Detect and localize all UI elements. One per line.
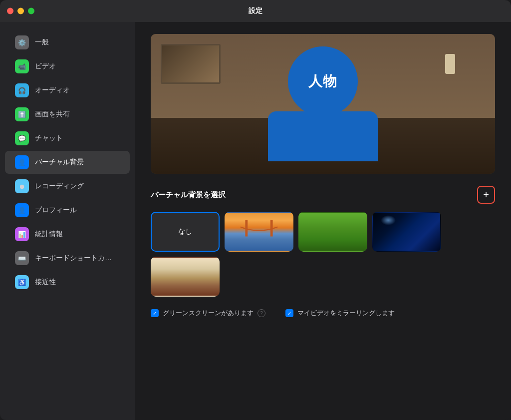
background-item-earth[interactable] <box>372 212 441 252</box>
option-greenscreen: ✓グリーンスクリーンがあります? <box>151 309 265 318</box>
share-icon: ⬆️ <box>15 107 29 121</box>
sidebar-item-vbg[interactable]: 👤バーチャル背景 <box>5 151 130 174</box>
room-picture <box>161 44 221 84</box>
room-light <box>445 54 455 74</box>
sidebar-label-vbg: バーチャル背景 <box>35 158 84 167</box>
bg-none-label: なし <box>178 227 192 236</box>
sidebar-item-recording[interactable]: ⏺レコーディング <box>5 175 130 198</box>
traffic-lights <box>7 8 34 14</box>
add-background-button[interactable]: + <box>477 186 495 204</box>
bottom-options: ✓グリーンスクリーンがあります?✓マイビデオをミラーリングします <box>151 309 495 318</box>
sidebar-item-general[interactable]: ⚙️一般 <box>5 31 130 54</box>
svg-rect-1 <box>270 220 273 236</box>
checkbox-mirror[interactable]: ✓ <box>285 309 293 317</box>
video-icon: 📹 <box>15 59 29 73</box>
chat-icon: 💬 <box>15 131 29 145</box>
maximize-button[interactable] <box>28 8 34 14</box>
sidebar-label-profile: プロフィール <box>35 206 77 215</box>
sidebar-item-stats[interactable]: 📊統計情報 <box>5 223 130 246</box>
person-head: 人物 <box>288 46 358 116</box>
preview-area: 人物 <box>151 34 495 174</box>
checkbox-greenscreen[interactable]: ✓ <box>151 309 159 317</box>
help-icon-greenscreen[interactable]: ? <box>257 309 265 317</box>
recording-icon: ⏺ <box>15 179 29 193</box>
titlebar: 設定 <box>0 0 511 22</box>
sidebar-label-general: 一般 <box>35 38 49 47</box>
sidebar-label-keyboard: キーボードショートカ… <box>35 254 112 263</box>
option-label-mirror: マイビデオをミラーリングします <box>297 309 395 318</box>
backgrounds-grid: なし <box>151 212 495 297</box>
background-item-grass[interactable] <box>298 212 367 252</box>
sidebar-item-profile[interactable]: 👤プロフィール <box>5 199 130 222</box>
sidebar-label-accessibility: 接近性 <box>35 278 56 287</box>
sidebar-item-video[interactable]: 📹ビデオ <box>5 55 130 78</box>
sidebar-item-share[interactable]: ⬆️画面を共有 <box>5 103 130 126</box>
sidebar-item-audio[interactable]: 🎧オーディオ <box>5 79 130 102</box>
sidebar-item-accessibility[interactable]: ♿接近性 <box>5 271 130 294</box>
bridge-svg <box>226 213 292 251</box>
accessibility-icon: ♿ <box>15 275 29 289</box>
sidebar-label-video: ビデオ <box>35 62 56 71</box>
sidebar-label-share: 画面を共有 <box>35 110 70 119</box>
option-mirror: ✓マイビデオをミラーリングします <box>285 309 395 318</box>
window-title: 設定 <box>249 6 262 15</box>
svg-rect-0 <box>245 220 248 236</box>
sidebar: ⚙️一般📹ビデオ🎧オーディオ⬆️画面を共有💬チャット👤バーチャル背景⏺レコーディ… <box>0 22 135 420</box>
profile-icon: 👤 <box>15 203 29 217</box>
keyboard-icon: ⌨️ <box>15 251 29 265</box>
minimize-button[interactable] <box>17 8 24 14</box>
sidebar-item-chat[interactable]: 💬チャット <box>5 127 130 150</box>
app-body: ⚙️一般📹ビデオ🎧オーディオ⬆️画面を共有💬チャット👤バーチャル背景⏺レコーディ… <box>0 22 511 420</box>
option-label-greenscreen: グリーンスクリーンがあります <box>163 309 254 318</box>
close-button[interactable] <box>7 8 13 14</box>
sidebar-label-chat: チャット <box>35 134 63 143</box>
person-silhouette: 人物 <box>268 46 378 161</box>
person-body <box>268 111 378 161</box>
background-item-bridge[interactable] <box>225 212 293 252</box>
section-title: バーチャル背景を選択 <box>151 190 226 200</box>
audio-icon: 🎧 <box>15 83 29 97</box>
background-item-living[interactable] <box>151 257 220 297</box>
general-icon: ⚙️ <box>15 35 29 49</box>
sidebar-label-recording: レコーディング <box>35 182 84 191</box>
person-label: 人物 <box>308 72 337 91</box>
vbg-icon: 👤 <box>15 155 29 169</box>
sidebar-label-audio: オーディオ <box>35 86 70 95</box>
sidebar-item-keyboard[interactable]: ⌨️キーボードショートカ… <box>5 247 130 270</box>
background-item-none[interactable]: なし <box>151 212 220 252</box>
stats-icon: 📊 <box>15 227 29 241</box>
section-header: バーチャル背景を選択 + <box>151 186 495 204</box>
main-content: 人物 バーチャル背景を選択 + なし ✓グリーンスクリーンがあります?✓マイビデ… <box>135 22 511 420</box>
sidebar-label-stats: 統計情報 <box>35 230 63 239</box>
